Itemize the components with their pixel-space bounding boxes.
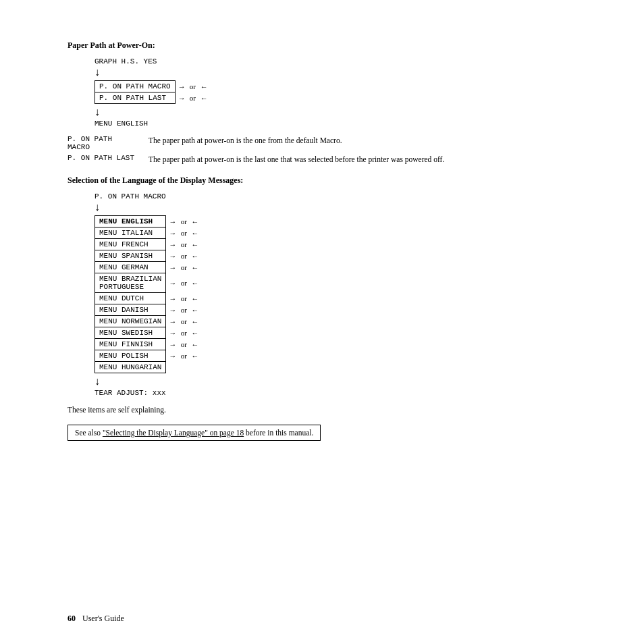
or-text: or [180, 294, 188, 302]
left-arrow-icon [192, 318, 197, 326]
see-also-link[interactable]: "Selecting the Display Language" on page… [103, 429, 244, 437]
table-row: MENU DANISH or [95, 304, 202, 316]
table-row: MENU SWEDISH or [95, 327, 202, 339]
or-text: or [180, 252, 188, 260]
see-also-suffix: before in this manual. [244, 429, 313, 437]
or-text: or [180, 340, 188, 348]
p-on-path-macro-arrows: or [175, 81, 211, 92]
left-arrow-icon [192, 341, 197, 349]
right-arrow-icon [170, 218, 175, 226]
right-arrow-icon [170, 264, 175, 272]
right-arrow-icon [170, 241, 175, 249]
right-arrow-icon [170, 341, 175, 349]
table-row: MENU POLISH or [95, 350, 202, 362]
tear-adjust-label: TEAR ADJUST: xxx [95, 387, 590, 398]
right-arrow-icon [180, 95, 184, 103]
graph-hs-label: GRAPH H.S. YES [95, 56, 590, 66]
def-row-macro: P. ON PATHMACRO The paper path at power-… [68, 135, 590, 151]
arrow-down-2: ↓ [95, 107, 590, 117]
table-row: MENU GERMAN or [95, 262, 202, 273]
menu-hungarian-arrows [166, 362, 202, 373]
right-arrow-icon [170, 329, 175, 338]
or-text: or [180, 279, 188, 287]
right-arrow-icon [170, 306, 175, 315]
or-text: or [188, 82, 197, 90]
table-row: P. ON PATH LAST or [95, 92, 211, 104]
left-arrow-icon [202, 95, 207, 103]
left-arrow-icon [192, 352, 197, 360]
def-row-last: P. ON PATH LAST The paper path at power-… [68, 154, 590, 165]
left-arrow-icon [192, 329, 197, 338]
left-arrow-icon [192, 295, 197, 303]
p-on-path-macro-label: P. ON PATH MACRO [95, 191, 590, 201]
menu-dutch-arrows: or [166, 293, 202, 304]
table-row: MENU DUTCH or [95, 293, 202, 304]
language-menu-table: MENU ENGLISH or MENU ITALIAN or [95, 215, 202, 373]
table-row: MENU SPANISH or [95, 250, 202, 262]
table-row: MENU FINNISH or [95, 339, 202, 350]
menu-swedish-row: MENU SWEDISH [95, 327, 166, 339]
or-text: or [180, 229, 188, 237]
language-section: Selection of the Language of the Display… [68, 176, 590, 441]
see-also-prefix: See also [75, 429, 103, 437]
paper-path-definitions: P. ON PATHMACRO The paper path at power-… [68, 135, 590, 165]
table-row: MENU NORWEGIAN or [95, 316, 202, 327]
or-text: or [180, 352, 188, 360]
menu-spanish-row: MENU SPANISH [95, 250, 166, 262]
left-arrow-icon [192, 264, 197, 272]
right-arrow-icon [170, 295, 175, 303]
right-arrow-icon [170, 318, 175, 326]
menu-norwegian-row: MENU NORWEGIAN [95, 316, 166, 327]
def-desc-macro: The paper path at power-on is the one fr… [149, 135, 590, 151]
menu-italian-arrows: or [166, 227, 202, 239]
left-arrow-icon [202, 83, 207, 91]
paper-path-menu-table: P. ON PATH MACRO or P. ON PATH LAST or [95, 80, 211, 104]
or-text: or [180, 217, 188, 225]
menu-french-row: MENU FRENCH [95, 239, 166, 250]
right-arrow-icon [170, 352, 175, 360]
paper-path-menu-table-container: P. ON PATH MACRO or P. ON PATH LAST or [95, 80, 590, 104]
p-on-path-macro-cell: P. ON PATH MACRO [95, 81, 176, 92]
right-arrow-icon [170, 252, 175, 261]
or-text: or [180, 306, 188, 314]
menu-french-arrows: or [166, 239, 202, 250]
paper-path-heading: Paper Path at Power-On: [68, 41, 590, 51]
menu-italian-row: MENU ITALIAN [95, 227, 166, 239]
def-desc-last: The paper path at power-on is the last o… [149, 154, 590, 165]
menu-spanish-arrows: or [166, 250, 202, 262]
or-text: or [188, 94, 197, 102]
page: Paper Path at Power-On: GRAPH H.S. YES ↓… [0, 0, 644, 644]
arrow-down-3: ↓ [95, 202, 590, 213]
menu-brazilian-arrows: or [166, 273, 202, 293]
or-text: or [180, 317, 188, 325]
menu-hungarian-row: MENU HUNGARIAN [95, 362, 166, 373]
menu-english-row: MENU ENGLISH [95, 216, 166, 227]
menu-norwegian-arrows: or [166, 316, 202, 327]
menu-polish-arrows: or [166, 350, 202, 362]
table-row: MENU BRAZILIANPORTUGUESE or [95, 273, 202, 293]
language-menu-table-container: MENU ENGLISH or MENU ITALIAN or [95, 215, 590, 373]
menu-finnish-row: MENU FINNISH [95, 339, 166, 350]
page-footer: 60 User's Guide [68, 614, 590, 624]
right-arrow-icon [170, 279, 175, 288]
table-row: MENU HUNGARIAN [95, 362, 202, 373]
arrow-down-4: ↓ [95, 376, 590, 387]
def-term-last: P. ON PATH LAST [68, 154, 149, 165]
table-row: MENU ENGLISH or [95, 216, 202, 227]
menu-swedish-arrows: or [166, 327, 202, 339]
left-arrow-icon [192, 230, 197, 238]
left-arrow-icon [192, 252, 197, 261]
menu-german-arrows: or [166, 262, 202, 273]
or-text: or [180, 329, 188, 337]
menu-danish-row: MENU DANISH [95, 304, 166, 316]
menu-polish-row: MENU POLISH [95, 350, 166, 362]
menu-english-arrows: or [166, 216, 202, 227]
menu-dutch-row: MENU DUTCH [95, 293, 166, 304]
language-heading: Selection of the Language of the Display… [68, 176, 590, 186]
left-arrow-icon [192, 218, 197, 226]
paper-path-section: Paper Path at Power-On: GRAPH H.S. YES ↓… [68, 41, 590, 165]
def-term-macro: P. ON PATHMACRO [68, 135, 149, 151]
arrow-down-1: ↓ [95, 67, 590, 78]
right-arrow-icon [180, 83, 184, 91]
footer-label: User's Guide [82, 614, 124, 624]
